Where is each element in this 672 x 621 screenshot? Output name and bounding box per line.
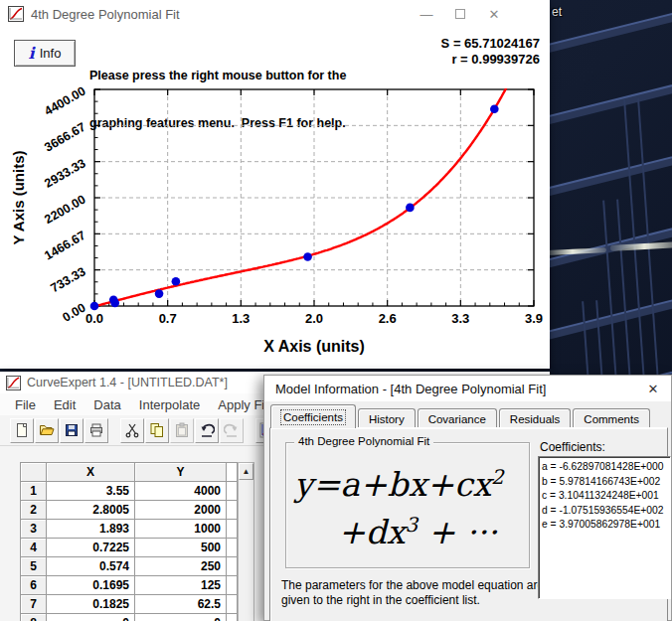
coefficient-entry[interactable]: c = 3.10411324248E+001 (542, 489, 669, 504)
cell-x-8[interactable]: 0 (47, 614, 135, 621)
open-file-button[interactable] (35, 418, 59, 443)
table-row: 31.8931000 (21, 520, 238, 539)
cell-y-6[interactable]: 125 (135, 576, 227, 595)
coefficients-tab-panel: 4th Degree Polynomial Fit y=a+bx+cx2 +dx… (269, 427, 668, 621)
table-scrollbar[interactable]: ▲ (238, 462, 254, 621)
svg-text:2933.33: 2933.33 (42, 156, 87, 191)
menu-item-data[interactable]: Data (84, 397, 129, 412)
info-button-label: Info (40, 46, 62, 61)
row-header[interactable]: 5 (21, 557, 47, 576)
row-header[interactable]: 7 (21, 595, 47, 614)
stat-standard-error: S = 65.71024167 (441, 36, 540, 52)
close-button[interactable]: ✕ (477, 0, 511, 28)
cell-extra[interactable] (227, 482, 238, 501)
tab-label: Coefficients (281, 410, 345, 424)
cell-y-4[interactable]: 500 (135, 539, 227, 557)
curveexpert-app-icon (6, 376, 21, 390)
tab-coefficients[interactable]: Coefficients (270, 404, 356, 428)
cell-extra[interactable] (227, 557, 238, 576)
minimize-button[interactable]: — (410, 0, 443, 28)
undo-button[interactable] (195, 418, 219, 443)
tab-history[interactable]: History (358, 408, 416, 428)
corner-cell[interactable] (21, 463, 47, 482)
cell-extra[interactable] (227, 595, 238, 614)
info-icon: i (29, 44, 35, 63)
main-window-title: CurveExpert 1.4 - [UNTITLED.DAT*] (27, 376, 228, 389)
cell-x-3[interactable]: 1.893 (47, 520, 135, 539)
maximize-button[interactable] (443, 0, 477, 28)
copy-button[interactable] (145, 418, 169, 443)
minimize-icon: — (420, 7, 433, 22)
cell-y-1[interactable]: 4000 (135, 482, 227, 501)
row-header[interactable]: 4 (21, 539, 47, 557)
dialog-close-button[interactable]: ✕ (635, 376, 671, 401)
info-button[interactable]: i Info (14, 40, 76, 67)
menu-item-edit[interactable]: Edit (45, 397, 84, 412)
cell-x-6[interactable]: 0.1695 (47, 576, 135, 595)
cell-x-2[interactable]: 2.8005 (47, 501, 135, 520)
data-table: XY13.55400022.8005200031.893100040.72255… (20, 462, 238, 621)
tab-label: Comments (584, 413, 639, 425)
save-file-button[interactable] (60, 418, 84, 443)
table-row: 40.7225500 (21, 539, 238, 557)
cell-x-1[interactable]: 3.55 (47, 482, 135, 501)
cell-y-2[interactable]: 2000 (135, 501, 227, 520)
coefficient-entry[interactable]: a = -6.62897081428E+000 (542, 460, 669, 475)
close-icon: ✕ (648, 382, 659, 396)
menu-item-file[interactable]: File (6, 397, 45, 412)
fit-statistics: S = 65.71024167 r = 0.99939726 (441, 36, 540, 68)
cell-extra[interactable] (227, 614, 238, 621)
desktop-icon-label[interactable]: et (552, 5, 562, 19)
new-file-button[interactable] (10, 418, 34, 443)
fit-plot-canvas[interactable]: 0.00.000.7733.331.31466.672.02200.002.62… (0, 66, 550, 364)
tab-covariance[interactable]: Covariance (418, 408, 497, 428)
coefficient-entry[interactable]: b = 5.97814166743E+002 (542, 475, 669, 490)
scroll-up-button[interactable]: ▲ (239, 463, 253, 480)
tab-label: History (369, 413, 405, 425)
cell-y-7[interactable]: 62.5 (135, 595, 227, 614)
cell-y-3[interactable]: 1000 (135, 520, 227, 539)
column-header-x[interactable]: X (47, 463, 135, 482)
row-header[interactable]: 3 (21, 520, 47, 539)
row-header[interactable]: 8 (21, 614, 47, 621)
row-header[interactable]: 2 (21, 501, 47, 520)
cut-button[interactable] (120, 418, 144, 443)
cell-y-8[interactable]: 0 (135, 614, 227, 621)
row-header[interactable]: 1 (21, 482, 47, 501)
parameters-note-line1: The parameters for the above model equat… (281, 578, 544, 593)
svg-text:4400.00: 4400.00 (42, 83, 87, 118)
curveexpert-app-icon (8, 6, 24, 22)
column-header-extra[interactable] (227, 463, 238, 482)
cell-x-4[interactable]: 0.7225 (47, 539, 135, 557)
model-equation: y=a+bx+cx2 +dx3 + ··· (286, 457, 529, 552)
cell-extra[interactable] (227, 520, 238, 539)
parameters-note: The parameters for the above model equat… (281, 578, 544, 608)
row-header[interactable]: 6 (21, 576, 47, 595)
table-row: 70.182562.5 (21, 595, 238, 614)
menu-item-interpolate[interactable]: Interpolate (130, 397, 209, 412)
dialog-titlebar: Model Information - [4th Degree Polynomi… (264, 376, 671, 401)
tab-comments[interactable]: Comments (573, 408, 650, 428)
tab-residuals[interactable]: Residuals (499, 408, 572, 428)
cell-y-5[interactable]: 250 (135, 557, 227, 576)
coefficients-listbox[interactable]: a = -6.62897081428E+000b = 5.97814166743… (538, 456, 671, 599)
svg-text:1466.67: 1466.67 (42, 229, 87, 263)
cell-extra[interactable] (227, 501, 238, 520)
cut-icon (124, 422, 140, 438)
coefficient-entry[interactable]: d = -1.07515936554E+002 (542, 504, 669, 519)
svg-text:0.0: 0.0 (85, 311, 103, 326)
cell-x-7[interactable]: 0.1825 (47, 595, 135, 614)
scroll-up-icon: ▲ (243, 467, 251, 476)
coefficients-label: Coefficients: (540, 440, 605, 454)
table-row: 22.80052000 (21, 501, 238, 520)
desktop: et 4th Degree Polynomial Fit — ✕ i Info … (0, 0, 672, 621)
equation-exp2: 3 (405, 513, 418, 537)
cell-extra[interactable] (227, 576, 238, 595)
cell-extra[interactable] (227, 539, 238, 557)
column-header-y[interactable]: Y (135, 463, 227, 482)
paste-icon (174, 422, 190, 438)
open-file-icon (39, 422, 55, 438)
coefficient-entry[interactable]: e = 3.97005862978E+001 (542, 518, 669, 533)
print-button[interactable] (84, 418, 108, 443)
cell-x-5[interactable]: 0.574 (47, 557, 135, 576)
